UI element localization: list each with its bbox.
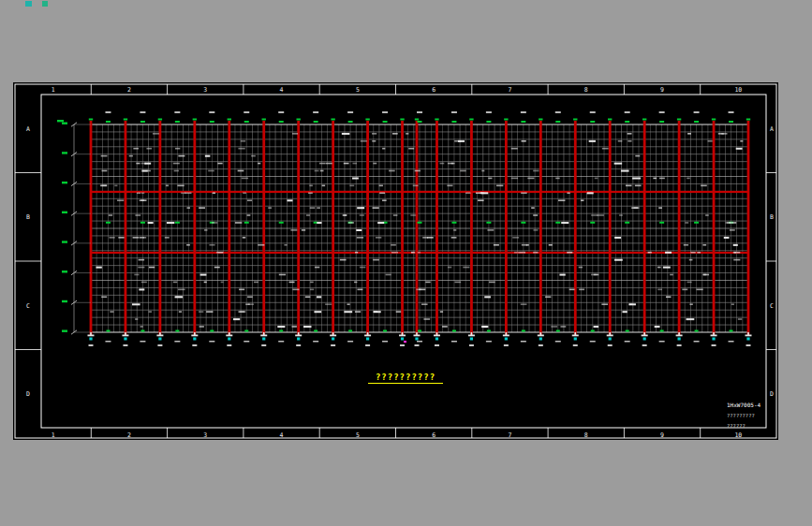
magenta-mark [404, 341, 406, 343]
anchor-mark [470, 338, 473, 341]
column-base-plate [572, 335, 579, 337]
steel-column [193, 121, 196, 336]
annotation-text [551, 326, 557, 328]
mid-green-mark [521, 222, 525, 224]
axis-label [539, 344, 543, 346]
annotation-label [687, 318, 695, 320]
annotation-text [373, 259, 379, 261]
annotation-label [317, 222, 321, 224]
annotation-text [199, 326, 204, 328]
annotation-label [167, 222, 174, 224]
annotation-text [212, 222, 217, 224]
column-cap-mark [539, 119, 542, 121]
annotation-text [148, 170, 151, 172]
annotation-text [440, 311, 443, 313]
top-green-mark [659, 121, 664, 123]
screenshot-background: 1122334455667788991010AABBCCDD ?????????… [0, 0, 812, 526]
annotation-text [248, 303, 254, 305]
annotation-text [579, 267, 583, 269]
bottom-dim-text [140, 341, 145, 343]
steel-column [643, 121, 646, 336]
axis-label [400, 344, 405, 346]
annotation-text [731, 303, 734, 305]
annotation-text [533, 229, 538, 231]
top-green-mark [106, 121, 111, 123]
annotation-text [320, 170, 324, 172]
annotation-text [635, 155, 640, 157]
annotation-text [315, 267, 319, 269]
bottom-green-mark [279, 330, 283, 332]
annotation-text [726, 222, 731, 224]
annotation-text [179, 311, 182, 313]
annotation-text [373, 207, 379, 209]
mid-green-mark [659, 222, 664, 224]
annotation-text [511, 178, 518, 180]
border-letter-left: A [26, 125, 30, 133]
column-cap-mark [400, 119, 404, 121]
annotation-label [628, 303, 636, 305]
mid-green-mark [140, 222, 145, 224]
bottom-dim-text [417, 341, 422, 343]
bottom-dim-text [625, 341, 630, 343]
annotation-text [406, 133, 408, 135]
steel-column [262, 121, 265, 336]
annotation-text [738, 318, 742, 320]
annotation-text [465, 192, 471, 194]
mid-green-mark [175, 222, 180, 224]
axis-label [677, 344, 682, 346]
border-number-top: 2 [127, 86, 131, 94]
bottom-dim-text [729, 341, 734, 343]
annotation-text [292, 326, 297, 328]
annotation-text [319, 163, 326, 165]
anchor-mark [158, 338, 161, 341]
title-block-drawing-number: 1HxW7005-4 [727, 402, 775, 408]
annotation-text [243, 237, 246, 239]
annotation-label [621, 170, 629, 172]
annotation-text [701, 185, 707, 187]
cad-sheet: 1122334455667788991010AABBCCDD ?????????… [13, 82, 778, 440]
border-number-top: 4 [280, 86, 284, 94]
annotation-text [549, 244, 553, 246]
annotation-label [561, 222, 568, 224]
annotation-text [511, 148, 518, 150]
annotation-text [527, 178, 534, 180]
annotation-text [648, 252, 652, 254]
annotation-text [305, 296, 311, 298]
annotation-text [354, 282, 357, 284]
annotation-text [352, 163, 357, 165]
annotation-text [140, 199, 146, 201]
annotation-text [185, 192, 191, 194]
annotation-text [489, 282, 495, 284]
top-annotation [382, 111, 388, 113]
steel-column [505, 121, 508, 336]
top-green-mark [451, 121, 456, 123]
title-block-line: ?????? [727, 423, 775, 429]
axis-label [504, 344, 509, 346]
annotation-text [136, 163, 140, 165]
annotation-text [247, 214, 251, 216]
annotation-text [627, 140, 631, 142]
top-annotation [417, 111, 422, 113]
annotation-text [102, 170, 108, 172]
anchor-mark [678, 338, 681, 341]
annotation-label [559, 274, 565, 276]
top-annotation [521, 111, 526, 113]
column-cap-mark [89, 119, 93, 121]
annotation-text [238, 170, 244, 172]
annotation-text [411, 252, 415, 254]
annotation-text [204, 282, 207, 284]
annotation-text [357, 289, 362, 291]
axis-label [227, 344, 231, 346]
column-cap-mark [504, 119, 508, 121]
annotation-text [689, 259, 693, 261]
annotation-text [708, 140, 713, 142]
anchor-mark [89, 338, 92, 341]
axis-label [89, 344, 94, 346]
bottom-dim-text [590, 341, 596, 343]
border-number-top: 5 [356, 86, 360, 94]
column-base-plate [503, 335, 509, 337]
annotation-text [247, 199, 252, 201]
annotation-text [487, 229, 494, 231]
annotation-text [705, 214, 709, 216]
annotation-text [451, 237, 457, 239]
